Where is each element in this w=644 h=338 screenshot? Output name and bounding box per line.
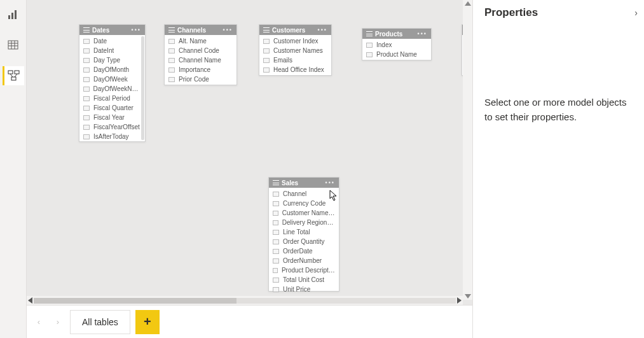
field-name: Customer Name Index: [282, 209, 335, 216]
table-header[interactable]: Products•••: [362, 29, 431, 39]
tab-all-tables[interactable]: All tables: [70, 310, 130, 334]
scroll-down-icon[interactable]: [465, 294, 471, 299]
table-menu-button[interactable]: •••: [325, 180, 335, 186]
svg-rect-8: [8, 71, 13, 74]
report-view-button[interactable]: [3, 5, 24, 24]
field-row[interactable]: Importance: [165, 65, 236, 74]
field-icon: [83, 87, 90, 92]
field-row[interactable]: Product Description Index: [269, 265, 339, 275]
tabs-next-button[interactable]: ›: [51, 315, 65, 329]
table-header[interactable]: Dates•••: [79, 25, 145, 35]
field-row[interactable]: Alt. Name: [165, 36, 236, 46]
table-card-customers[interactable]: Customers•••Customer IndexCustomer Names…: [259, 24, 332, 76]
table-card-products[interactable]: Products•••IndexProduct Name: [362, 28, 432, 60]
field-icon: [83, 134, 90, 139]
table-header[interactable]: Customers•••: [259, 25, 331, 35]
table-menu-button[interactable]: •••: [418, 31, 427, 37]
svg-line-12: [15, 74, 17, 77]
model-canvas-wrap: Dates•••DateDateIntDay TypeDayOfMonthDay…: [27, 0, 472, 305]
svg-rect-9: [15, 71, 19, 74]
table-menu-button[interactable]: •••: [223, 27, 233, 33]
field-row[interactable]: Fiscal Period: [79, 94, 145, 103]
field-row[interactable]: Fiscal Quarter: [79, 103, 145, 113]
scroll-right-icon[interactable]: [457, 297, 462, 304]
table-icon: [83, 27, 90, 32]
field-row[interactable]: Currency Code: [269, 199, 339, 208]
table-card-channels[interactable]: Channels•••Alt. NameChannel CodeChannel …: [164, 24, 237, 85]
bar-chart-icon: [8, 10, 19, 20]
table-menu-button[interactable]: •••: [318, 27, 327, 33]
field-icon: [273, 220, 278, 225]
field-row[interactable]: Total Unit Cost: [269, 275, 339, 285]
field-row[interactable]: Product Name: [362, 50, 431, 59]
table-header[interactable]: Channels•••: [165, 25, 236, 35]
field-row[interactable]: Emails: [259, 55, 331, 65]
data-view-button[interactable]: [3, 36, 24, 55]
field-row[interactable]: Delivery Region Index: [269, 218, 339, 227]
table-card-sales[interactable]: Sales•••ChannelCurrency CodeCustomer Nam…: [268, 177, 339, 292]
field-name: OrderNumber: [283, 257, 322, 264]
field-name: Date: [93, 38, 107, 45]
field-row[interactable]: Prior Code: [165, 74, 236, 84]
field-name: FiscalYearOffset: [93, 123, 140, 130]
vertical-scrollbar[interactable]: [463, 0, 472, 300]
field-name: IsAfterToday: [93, 133, 129, 140]
tabs-prev-button[interactable]: ‹: [32, 315, 46, 329]
field-row[interactable]: FiscalYearOffset: [79, 122, 145, 132]
scroll-track[interactable]: [34, 298, 456, 304]
field-row[interactable]: Channel: [269, 189, 339, 199]
table-name: Sales: [282, 180, 298, 187]
field-name: Head Office Index: [273, 66, 324, 73]
field-icon: [168, 77, 175, 82]
field-row[interactable]: IsAfterToday: [79, 132, 145, 141]
field-row[interactable]: Channel Code: [165, 46, 236, 55]
field-row[interactable]: Order Quantity: [269, 237, 339, 246]
field-icon: [273, 192, 279, 197]
model-canvas[interactable]: Dates•••DateDateIntDay TypeDayOfMonthDay…: [27, 0, 472, 305]
field-icon: [83, 77, 90, 82]
field-icon: [273, 258, 279, 264]
field-row[interactable]: Customer Index: [259, 36, 331, 46]
field-name: Delivery Region Index: [282, 219, 335, 226]
field-icon: [168, 48, 175, 53]
table-card-dates[interactable]: Dates•••DateDateIntDay TypeDayOfMonthDay…: [79, 24, 146, 142]
svg-rect-2: [15, 10, 17, 19]
table-header[interactable]: Sales•••: [269, 178, 339, 188]
field-row[interactable]: Date: [79, 36, 145, 46]
field-row[interactable]: DayOfMonth: [79, 65, 145, 74]
field-row[interactable]: Channel Name: [165, 55, 236, 65]
field-row[interactable]: Customer Names: [259, 46, 331, 55]
table-menu-button[interactable]: •••: [132, 27, 141, 33]
field-row[interactable]: OrderDate: [269, 246, 339, 256]
horizontal-scrollbar[interactable]: [27, 296, 463, 305]
table-scrollbar[interactable]: [141, 36, 144, 140]
field-row[interactable]: Fiscal Year: [79, 113, 145, 122]
field-row[interactable]: DayOfWeek: [79, 74, 145, 84]
scroll-left-icon[interactable]: [28, 297, 32, 304]
field-row[interactable]: DateInt: [79, 46, 145, 55]
field-icon: [263, 39, 270, 44]
tab-label: All tables: [82, 317, 118, 327]
scroll-thumb[interactable]: [34, 298, 236, 304]
field-row[interactable]: Customer Name Index: [269, 208, 339, 218]
field-row[interactable]: OrderNumber: [269, 256, 339, 265]
field-row[interactable]: Head Office Index: [259, 65, 331, 74]
model-view-button[interactable]: [3, 66, 24, 85]
table-icon: [168, 27, 175, 32]
field-row[interactable]: Line Total: [269, 227, 339, 237]
field-name: DayOfWeekName: [93, 85, 141, 92]
properties-panel: › Properties Select one or more model ob…: [472, 0, 644, 338]
table-fields: Customer IndexCustomer NamesEmailsHead O…: [259, 35, 331, 76]
field-icon: [273, 211, 278, 216]
field-name: Channel Name: [179, 57, 221, 64]
field-name: Emails: [273, 57, 292, 64]
field-icon: [273, 287, 279, 292]
field-row[interactable]: DayOfWeekName: [79, 84, 145, 94]
scroll-up-icon[interactable]: [465, 1, 471, 6]
field-name: Product Description Index: [282, 267, 335, 274]
collapse-properties-button[interactable]: ›: [634, 8, 638, 18]
add-layout-button[interactable]: +: [135, 310, 160, 334]
field-row[interactable]: Day Type: [79, 55, 145, 65]
field-row[interactable]: Unit Price: [269, 285, 339, 294]
field-row[interactable]: Index: [362, 40, 431, 50]
